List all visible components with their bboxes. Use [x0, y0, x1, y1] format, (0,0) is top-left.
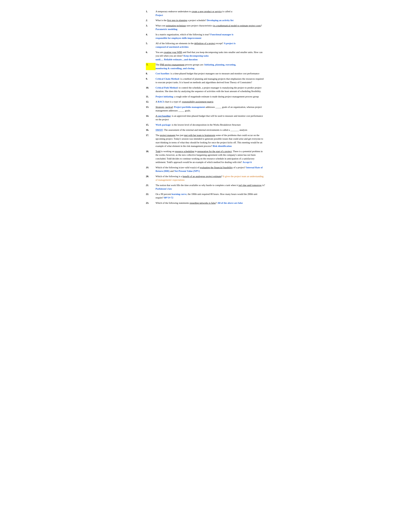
- answer-16: SWOT: [156, 129, 163, 131]
- q-num-15: 15.: [146, 123, 156, 127]
- q-body-1: A temporary endeavor undertaken to creat…: [156, 10, 265, 17]
- question-13: 13. Strategic, tactical: Project portfol…: [146, 105, 265, 113]
- question-14: 14. A cost baseline: is an approved time…: [146, 114, 265, 121]
- q-num-7: 7.: [146, 63, 156, 70]
- q-num-3: 3.: [146, 24, 156, 31]
- q-body-8: Cost baseline: is a time-phased budget t…: [156, 72, 265, 76]
- question-21: 21. The notion that work fills the time …: [146, 183, 265, 191]
- q-num-21: 21.: [146, 183, 156, 191]
- q-num-13: 13.: [146, 105, 156, 113]
- q-num-17: 17.: [146, 133, 156, 148]
- answer-18: Accept it: [243, 161, 252, 163]
- answer-22: 80*.9=72: [164, 196, 173, 199]
- answer-4: Functional manager isresponsible for emp…: [156, 33, 234, 39]
- question-3: 3. What cost estimating technique uses p…: [146, 24, 265, 31]
- question-15: 15. Work package: is the lowest level of…: [146, 123, 265, 127]
- q-body-16: SWOT: The assessment of the external and…: [156, 128, 265, 132]
- question-10: 10. Critical Path Method: to control the…: [146, 86, 265, 93]
- q-body-10: Critical Path Method: to control the sch…: [156, 86, 265, 93]
- q-body-15: Work package: is the lowest level of dec…: [156, 123, 265, 127]
- question-20: 20. Which of the following is a benefit …: [146, 175, 265, 182]
- answer-11: Project initiating: [156, 95, 173, 98]
- q-num-14: 14.: [146, 114, 156, 121]
- question-12: 12. A RACI chart is a type of: responsib…: [146, 100, 265, 104]
- q-body-21: The notion that work fills the time avai…: [156, 183, 265, 191]
- q-body-19: Which of the following is/are valid way(…: [156, 166, 265, 173]
- q-num-8: 8.: [146, 72, 156, 76]
- question-5: 5. All of the following are elements in …: [146, 42, 265, 49]
- answer-14: cost baseline: [158, 115, 170, 117]
- q-body-18: Todd is working on resource scheduling i…: [156, 150, 265, 164]
- answer-22-lc: learning curve: [171, 193, 187, 195]
- q-body-5: All of the following are elements in the…: [156, 42, 265, 49]
- q-num-23: 23.: [146, 201, 156, 205]
- answer-9: Critical Chain Method: [156, 77, 179, 80]
- answer-13: Project portfolio management: [174, 106, 205, 108]
- answer-3: Parametric modeling: [156, 28, 177, 30]
- q-num-18: 18.: [146, 150, 156, 164]
- q-body-7: The PMI project management process group…: [156, 63, 265, 70]
- q-body-20: Which of the following is a benefit of a…: [156, 175, 265, 182]
- question-4: 4. In a matrix organization, which of th…: [146, 33, 265, 40]
- question-9: 9. Critical Chain Method: is a method of…: [146, 77, 265, 84]
- q-num-16: 16.: [146, 128, 156, 132]
- answer-12-raci: RACI: [158, 100, 164, 103]
- answer-10: Critical Path Method: [156, 86, 177, 89]
- q-num-4: 4.: [146, 33, 156, 40]
- q-body-14: A cost baseline: is an approved time-pha…: [156, 114, 265, 121]
- q-body-17: The project manager has just met with he…: [156, 133, 265, 148]
- answer-23: All of the above are false: [217, 202, 243, 204]
- q-body-6: You are creating your WBS and find that …: [156, 50, 265, 61]
- q-num-20: 20.: [146, 175, 156, 182]
- q-body-3: What cost estimating technique uses proj…: [156, 24, 265, 31]
- question-19: 19. Which of the following is/are valid …: [146, 166, 265, 173]
- answer-8: Cost baseline: [156, 72, 169, 75]
- question-23: 23. Which of the following statements re…: [146, 201, 265, 205]
- q-num-6: 6.: [146, 50, 156, 61]
- q-num-5: 5.: [146, 42, 156, 49]
- question-22: 22. On a 90 percent learning curve, the …: [146, 192, 265, 200]
- q-num-1: 1.: [146, 10, 156, 17]
- q-num-10: 10.: [146, 86, 156, 93]
- q-body-11: Project initiating: a rough order of mag…: [156, 95, 265, 98]
- q-num-19: 19.: [146, 166, 156, 173]
- q-body-22: On a 90 percent learning curve, the 100t…: [156, 192, 265, 200]
- answer-15: Work package: [156, 124, 170, 126]
- q-num-22: 22.: [146, 192, 156, 200]
- q-body-23: Which of the following statements regard…: [156, 201, 265, 205]
- question-17: 17. The project manager has just met wit…: [146, 133, 265, 148]
- answer-2: Developing an activity list: [207, 19, 234, 22]
- question-16: 16. SWOT: The assessment of the external…: [146, 128, 265, 132]
- question-1: 1. A temporary endeavor undertaken to cr…: [146, 10, 265, 17]
- q-body-12: A RACI chart is a type of: responsibilit…: [156, 100, 265, 104]
- question-2: 2. What is the first step in planning a …: [146, 19, 265, 22]
- question-6: 6. You are creating your WBS and find th…: [146, 50, 265, 61]
- q-body-4: In a matrix organization, which of the f…: [156, 33, 265, 40]
- answer-17: Risk identification: [213, 145, 232, 147]
- q-num-12: 12.: [146, 100, 156, 104]
- answer-1: Project: [156, 14, 163, 17]
- q-body-2: What is the first step in planning a pro…: [156, 19, 265, 22]
- answer-21: Parkinson's law: [156, 188, 172, 190]
- question-list: 1. A temporary endeavor undertaken to cr…: [146, 10, 265, 205]
- question-18: 18. Todd is working on resource scheduli…: [146, 150, 265, 164]
- q-num-11: 11.: [146, 95, 156, 98]
- q-num-2: 2.: [146, 19, 156, 22]
- answer-19b: Net Present Value (NPV): [174, 170, 200, 172]
- q-num-9: 9.: [146, 77, 156, 84]
- q-body-9: Critical Chain Method: is a method of pl…: [156, 77, 265, 84]
- q-body-13: Strategic, tactical: Project portfolio m…: [156, 105, 265, 113]
- question-7: 7. The PMI project management process gr…: [146, 63, 265, 70]
- question-8: 8. Cost baseline: is a time-phased budge…: [146, 72, 265, 76]
- answer-6: Keep decomposing tasksuntil..... Reliabl…: [156, 55, 209, 61]
- question-11: 11. Project initiating: a rough order of…: [146, 95, 265, 98]
